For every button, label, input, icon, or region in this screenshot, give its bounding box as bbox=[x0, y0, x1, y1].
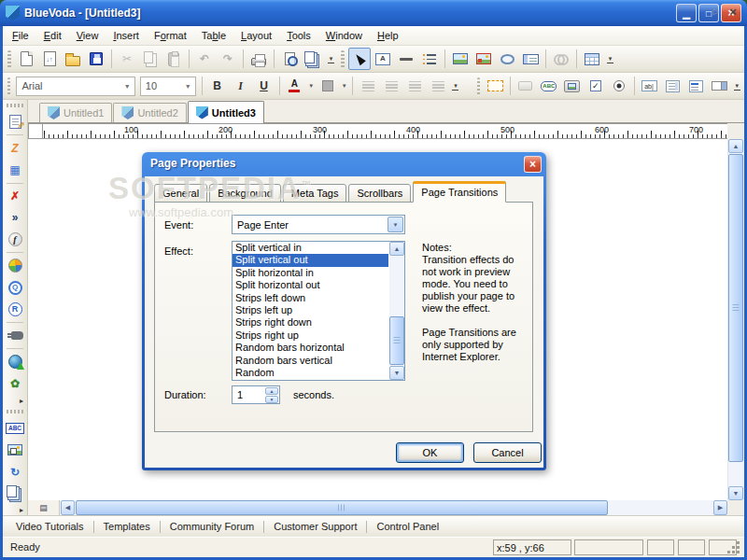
list-box-button[interactable] bbox=[685, 75, 708, 97]
menu-file[interactable]: File bbox=[5, 27, 36, 44]
form-wizard-tool[interactable] bbox=[4, 112, 26, 132]
toolbar-grip-handle[interactable] bbox=[7, 50, 11, 68]
menu-window[interactable]: Window bbox=[318, 27, 370, 44]
font-size-select[interactable]: 10 ▼ bbox=[140, 77, 196, 96]
photo-gallery-tool[interactable] bbox=[4, 483, 26, 503]
new-page-button[interactable] bbox=[15, 48, 37, 70]
text-area-button[interactable] bbox=[662, 75, 684, 97]
highlight-color-button[interactable] bbox=[317, 75, 339, 97]
spin-down-button[interactable]: ▼ bbox=[265, 396, 278, 403]
menu-insert[interactable]: Insert bbox=[106, 27, 147, 44]
shape-button[interactable] bbox=[496, 48, 518, 70]
resize-grip[interactable] bbox=[737, 551, 740, 553]
text-field-button[interactable]: ab| bbox=[639, 75, 661, 97]
ok-button[interactable]: OK bbox=[396, 442, 464, 463]
publish-site-tool[interactable] bbox=[4, 352, 26, 371]
dialog-tab-scrollbars[interactable]: Scrollbars bbox=[348, 184, 411, 203]
effect-option[interactable]: Random bars horizontal bbox=[233, 342, 388, 354]
quick-link-templates[interactable]: Templates bbox=[94, 521, 160, 532]
scroll-right-button[interactable]: ▶ bbox=[713, 500, 727, 515]
scroll-down-button[interactable]: ▼ bbox=[389, 366, 404, 380]
cancel-button[interactable]: Cancel bbox=[473, 442, 542, 463]
shape-tool[interactable]: Z bbox=[4, 138, 26, 158]
menu-table[interactable]: Table bbox=[194, 27, 233, 44]
toolbar-grip-handle[interactable] bbox=[7, 410, 23, 413]
quicktime-tool[interactable]: Q bbox=[4, 278, 26, 298]
horizontal-scroll-thumb[interactable] bbox=[76, 500, 608, 515]
toolbar-expand-button[interactable]: ▸ bbox=[5, 396, 25, 406]
font-color-button[interactable]: A bbox=[283, 75, 305, 97]
effect-option[interactable]: Random bbox=[233, 367, 388, 379]
dialog-tab-page-transitions[interactable]: Page Transitions bbox=[413, 181, 506, 203]
bold-button[interactable]: B bbox=[206, 75, 229, 97]
dialog-tab-general[interactable]: General bbox=[154, 184, 207, 203]
document-tab-untitled1[interactable]: Untitled1 bbox=[39, 103, 112, 122]
combo-dropdown-button[interactable]: ▼ bbox=[388, 217, 403, 232]
plugin-tool[interactable] bbox=[4, 326, 26, 345]
quick-link-customer-support[interactable]: Customer Support bbox=[264, 521, 366, 532]
effect-option[interactable]: Split vertical out bbox=[233, 254, 388, 266]
media-player-tool[interactable] bbox=[4, 256, 26, 275]
effect-option[interactable]: Strips right down bbox=[233, 316, 388, 329]
duration-input[interactable]: 1 ▲ ▼ bbox=[232, 385, 280, 404]
document-close-button[interactable]: × bbox=[726, 5, 740, 18]
document-tab-untitled2[interactable]: Untitled2 bbox=[113, 103, 186, 122]
template-page-button[interactable]: ↓↑ bbox=[38, 48, 61, 70]
menu-help[interactable]: Help bbox=[370, 27, 406, 44]
menu-tools[interactable]: Tools bbox=[279, 27, 318, 44]
save-button[interactable] bbox=[85, 48, 107, 70]
event-select[interactable]: Page Enter ▼ bbox=[232, 215, 405, 234]
combo-box-button[interactable] bbox=[709, 75, 731, 97]
effect-list-scrollbar[interactable]: ▲ ▼ bbox=[389, 242, 404, 380]
vertical-scroll-thumb[interactable] bbox=[389, 316, 404, 365]
image-button-button[interactable] bbox=[561, 75, 584, 97]
dialog-tab-background[interactable]: Background bbox=[209, 184, 281, 203]
spell-check-tool[interactable]: ABC bbox=[3, 418, 27, 438]
advanced-button-button[interactable]: ABC bbox=[538, 75, 560, 97]
layout-toggle-button[interactable]: ▤ bbox=[28, 500, 60, 515]
canvas-horizontal-scrollbar[interactable]: ▤ ◀ ▶ bbox=[28, 500, 727, 515]
effect-listbox[interactable]: Split vertical inSplit vertical outSplit… bbox=[232, 241, 405, 381]
menu-format[interactable]: Format bbox=[147, 27, 194, 44]
font-family-select[interactable]: Arial ▼ bbox=[16, 77, 134, 96]
publish-button[interactable] bbox=[302, 48, 324, 70]
open-button[interactable] bbox=[62, 48, 84, 70]
italic-button[interactable]: I bbox=[230, 75, 252, 97]
toolbar-grip-handle[interactable] bbox=[341, 50, 345, 68]
image-map-tool[interactable] bbox=[4, 441, 26, 460]
clipart-tool[interactable]: ✿ bbox=[4, 374, 26, 394]
scroll-up-button[interactable]: ▲ bbox=[728, 139, 743, 153]
menu-view[interactable]: View bbox=[69, 27, 106, 44]
flash-tool[interactable]: f bbox=[4, 230, 26, 249]
standard-toolbar-overflow[interactable]: ▾ bbox=[325, 48, 337, 70]
menu-layout[interactable]: Layout bbox=[233, 27, 279, 44]
dialog-close-button[interactable]: × bbox=[524, 156, 542, 173]
toolbar-expand-button[interactable]: ▸ bbox=[5, 505, 25, 515]
scroll-up-button[interactable]: ▲ bbox=[389, 242, 404, 256]
effect-option[interactable]: Split horizontal out bbox=[233, 279, 388, 291]
form-button[interactable] bbox=[484, 75, 506, 97]
vertical-scroll-thumb[interactable] bbox=[728, 154, 743, 462]
title-bar[interactable]: BlueVoda - [Untitled3] bbox=[0, 0, 747, 26]
effect-option[interactable]: Split horizontal in bbox=[233, 267, 388, 279]
toolbar-grip-handle[interactable] bbox=[7, 77, 10, 95]
effect-option[interactable]: Split vertical in bbox=[233, 242, 388, 254]
activex-tool[interactable]: ✗ bbox=[4, 187, 26, 206]
navigation-bar-tool[interactable]: ▦ bbox=[4, 160, 26, 179]
scroll-down-button[interactable]: ▼ bbox=[728, 486, 743, 500]
quick-link-control-panel[interactable]: Control Panel bbox=[367, 521, 448, 532]
toolbar-grip-handle[interactable] bbox=[477, 77, 480, 95]
spin-up-button[interactable]: ▲ bbox=[265, 387, 278, 395]
toolbar-grip-handle[interactable] bbox=[7, 104, 23, 107]
text-box-button[interactable]: A bbox=[372, 48, 394, 70]
canvas-vertical-scrollbar[interactable]: ▲ ▼ bbox=[727, 139, 743, 500]
table-button[interactable] bbox=[581, 48, 603, 70]
radio-button-button[interactable] bbox=[608, 75, 630, 97]
document-tab-untitled3[interactable]: Untitled3 bbox=[188, 101, 264, 123]
rotate-image-tool[interactable]: ↻ bbox=[4, 462, 26, 482]
marquee-button[interactable] bbox=[519, 48, 542, 70]
effect-option[interactable]: Random bars vertical bbox=[233, 355, 388, 367]
forms-toolbar-overflow[interactable]: ▾ bbox=[732, 75, 742, 97]
insert-toolbar-overflow[interactable]: ▾ bbox=[604, 48, 616, 70]
horizontal-line-button[interactable] bbox=[395, 48, 417, 70]
